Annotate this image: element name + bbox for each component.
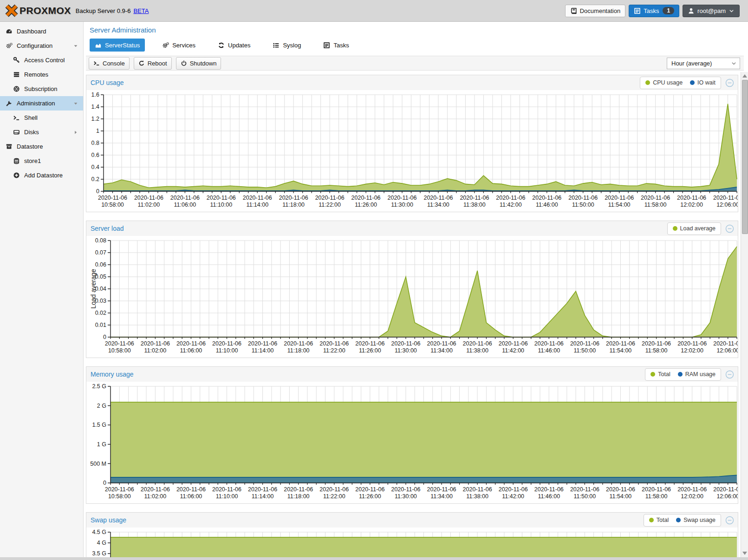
sidebar-item-shell[interactable]: Shell bbox=[0, 111, 83, 125]
svg-text:11:38:00: 11:38:00 bbox=[463, 202, 486, 208]
sidebar-item-datastore[interactable]: Datastore bbox=[0, 139, 83, 154]
vertical-scrollbar[interactable] bbox=[741, 72, 748, 557]
svg-text:2020-11-06: 2020-11-06 bbox=[315, 195, 345, 201]
time-range-select[interactable]: Hour (average) bbox=[667, 58, 740, 69]
svg-text:11:50:00: 11:50:00 bbox=[572, 202, 594, 208]
database-icon bbox=[13, 157, 20, 164]
svg-text:12:02:00: 12:02:00 bbox=[681, 347, 703, 354]
tasks-icon bbox=[634, 7, 641, 14]
svg-text:2020-11-06: 2020-11-06 bbox=[427, 486, 456, 493]
product-version-text: Backup Server 0.9-6 bbox=[76, 7, 131, 14]
memory-chart: 0500 M1 G1.5 G2 G2.5 G2020-11-0610:58:00… bbox=[86, 382, 738, 503]
caret-down-icon bbox=[73, 101, 78, 106]
swap-usage-panel: Swap usageTotalSwap usage0500 M1 G1.5 G2… bbox=[86, 512, 738, 560]
svg-text:2020-11-06: 2020-11-06 bbox=[605, 195, 634, 201]
svg-text:0.01: 0.01 bbox=[95, 322, 106, 328]
brand-text: PROXMOX bbox=[20, 5, 71, 16]
main-panel: Server Administration ServerStatusServic… bbox=[86, 22, 744, 560]
tab-updates[interactable]: Updates bbox=[213, 39, 255, 52]
plus-circle-icon bbox=[13, 172, 20, 179]
swap-panel-title: Swap usage bbox=[91, 516, 126, 524]
sidebar-item-administration[interactable]: Administration bbox=[0, 96, 83, 111]
sidebar-item-store1[interactable]: store1 bbox=[0, 154, 83, 168]
svg-text:11:50:00: 11:50:00 bbox=[574, 347, 596, 354]
svg-text:10:58:00: 10:58:00 bbox=[108, 493, 131, 500]
svg-text:11:58:00: 11:58:00 bbox=[644, 202, 667, 208]
load-chart: 00.010.020.030.040.050.060.070.082020-11… bbox=[86, 236, 738, 358]
svg-text:2020-11-06: 2020-11-06 bbox=[319, 340, 349, 347]
svg-text:12:02:00: 12:02:00 bbox=[681, 493, 703, 500]
svg-text:11:42:00: 11:42:00 bbox=[502, 493, 524, 500]
terminal-icon bbox=[13, 114, 20, 121]
svg-text:11:22:00: 11:22:00 bbox=[323, 347, 345, 354]
svg-text:2020-11-06: 2020-11-06 bbox=[499, 486, 528, 493]
legend-item: Load average bbox=[673, 225, 715, 232]
tab-tasks[interactable]: Tasks bbox=[318, 39, 354, 52]
legend-item: IO wait bbox=[690, 79, 715, 86]
documentation-button[interactable]: Documentation bbox=[565, 5, 625, 17]
svg-text:11:22:00: 11:22:00 bbox=[319, 202, 341, 208]
svg-text:2020-11-06: 2020-11-06 bbox=[355, 340, 384, 347]
svg-text:0.8: 0.8 bbox=[91, 140, 99, 146]
memory-panel-header: Memory usageTotalRAM usage bbox=[86, 367, 738, 382]
sidebar-item-disks[interactable]: Disks bbox=[0, 125, 83, 139]
scroll-down-arrow[interactable] bbox=[742, 552, 747, 555]
legend-label: Total bbox=[657, 517, 669, 523]
cpu-panel-header: CPU usageCPU usageIO wait bbox=[86, 75, 738, 90]
svg-text:0.2: 0.2 bbox=[91, 176, 99, 182]
legend-item: Swap usage bbox=[676, 517, 715, 523]
console-button-label: Console bbox=[103, 60, 125, 67]
svg-text:0.08: 0.08 bbox=[95, 237, 106, 244]
svg-text:11:50:00: 11:50:00 bbox=[574, 493, 596, 500]
svg-text:2020-11-06: 2020-11-06 bbox=[176, 486, 206, 493]
svg-text:11:10:00: 11:10:00 bbox=[216, 347, 238, 354]
legend-label: Total bbox=[658, 371, 670, 378]
tab-services[interactable]: Services bbox=[157, 39, 201, 52]
sidebar-item-subscription[interactable]: Subscription bbox=[0, 82, 83, 96]
cpu-usage-panel: CPU usageCPU usageIO wait00.20.40.60.811… bbox=[86, 75, 738, 212]
svg-text:11:26:00: 11:26:00 bbox=[359, 493, 381, 500]
svg-text:2020-11-06: 2020-11-06 bbox=[534, 486, 564, 493]
sidebar-item-remotes[interactable]: Remotes bbox=[0, 67, 83, 82]
svg-text:12:02:00: 12:02:00 bbox=[680, 202, 703, 208]
legend-item: Total bbox=[649, 517, 669, 523]
shutdown-button[interactable]: Shutdown bbox=[176, 57, 221, 70]
user-menu-button[interactable]: root@pam bbox=[683, 5, 740, 17]
svg-text:12:06:00: 12:06:00 bbox=[716, 347, 738, 354]
svg-text:11:06:00: 11:06:00 bbox=[174, 202, 196, 208]
swap-legend: TotalSwap usage bbox=[644, 514, 721, 527]
legend-dot bbox=[673, 226, 677, 231]
legend-label: CPU usage bbox=[653, 79, 683, 86]
tab-serverstatus[interactable]: ServerStatus bbox=[90, 39, 145, 52]
memory-legend: TotalRAM usage bbox=[645, 368, 721, 381]
syslog-icon bbox=[273, 42, 280, 49]
reboot-button[interactable]: Reboot bbox=[134, 57, 172, 70]
beta-link[interactable]: BETA bbox=[133, 7, 149, 14]
tasks-count-badge: 1 bbox=[663, 7, 674, 14]
svg-text:2020-11-06: 2020-11-06 bbox=[170, 195, 200, 201]
scrollbar-thumb[interactable] bbox=[742, 80, 748, 234]
tasks-button[interactable]: Tasks 1 bbox=[629, 5, 679, 17]
svg-text:11:14:00: 11:14:00 bbox=[246, 202, 268, 208]
svg-text:2020-11-06: 2020-11-06 bbox=[279, 195, 308, 201]
svg-text:11:46:00: 11:46:00 bbox=[536, 202, 558, 208]
scroll-up-arrow[interactable] bbox=[742, 74, 747, 78]
svg-text:2020-11-06: 2020-11-06 bbox=[570, 486, 599, 493]
svg-text:2020-11-06: 2020-11-06 bbox=[284, 486, 313, 493]
svg-text:2020-11-06: 2020-11-06 bbox=[98, 195, 127, 201]
tab-syslog[interactable]: Syslog bbox=[267, 39, 306, 52]
sidebar-item-dashboard[interactable]: Dashboard bbox=[0, 24, 83, 39]
svg-text:2020-11-06: 2020-11-06 bbox=[713, 340, 738, 347]
svg-text:2020-11-06: 2020-11-06 bbox=[141, 486, 170, 493]
svg-text:2.5 G: 2.5 G bbox=[92, 383, 106, 390]
legend-dot bbox=[676, 518, 681, 522]
sidebar-item-add-datastore[interactable]: Add Datastore bbox=[0, 168, 83, 182]
sidebar-item-configuration[interactable]: Configuration bbox=[0, 39, 83, 53]
sidebar-item-label: Add Datastore bbox=[24, 172, 63, 179]
sidebar-item-access-control[interactable]: Access Control bbox=[0, 53, 83, 67]
console-button[interactable]: Console bbox=[89, 57, 130, 70]
sidebar-item-label: Administration bbox=[17, 100, 55, 107]
svg-text:11:34:00: 11:34:00 bbox=[430, 493, 453, 500]
legend-dot bbox=[645, 80, 650, 85]
svg-text:2020-11-06: 2020-11-06 bbox=[212, 340, 241, 347]
